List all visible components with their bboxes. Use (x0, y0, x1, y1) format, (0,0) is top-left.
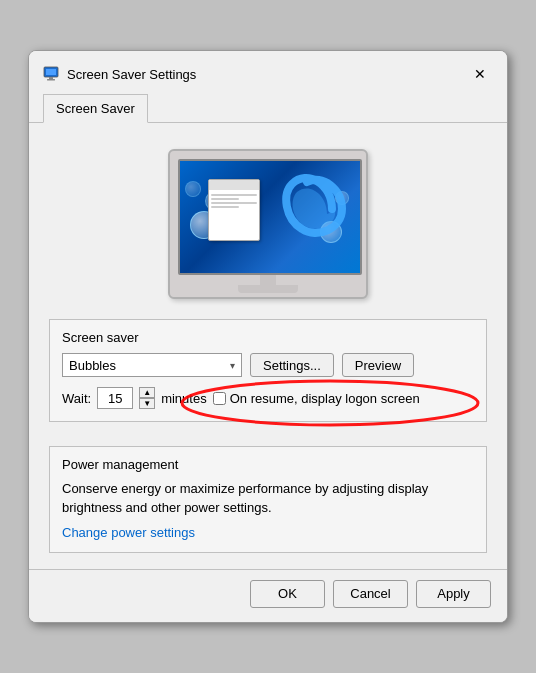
win-swirl (277, 164, 352, 254)
ok-button[interactable]: OK (250, 580, 325, 608)
small-line-2 (211, 198, 239, 200)
preview-area (49, 139, 487, 319)
preview-button[interactable]: Preview (342, 353, 414, 377)
screen-saver-controls: Bubbles ▾ Settings... Preview (62, 353, 474, 377)
change-power-settings-link[interactable]: Change power settings (62, 525, 195, 540)
bubble-3 (185, 181, 201, 197)
svg-rect-2 (49, 77, 53, 79)
wait-label: Wait: (62, 391, 91, 406)
screen-saver-settings-dialog: Screen Saver Settings ✕ Screen Saver (28, 50, 508, 622)
monitor-stand (178, 275, 358, 293)
swirl-svg (277, 164, 352, 254)
dialog-title: Screen Saver Settings (67, 67, 196, 82)
small-dialog-title-bar (209, 180, 259, 190)
dialog-footer: OK Cancel Apply (29, 569, 507, 622)
screen-saver-section: Screen saver Bubbles ▾ Settings... Previ… (49, 319, 487, 422)
spinner-down-button[interactable]: ▼ (139, 398, 155, 409)
small-line-3 (211, 202, 257, 204)
tab-screen-saver[interactable]: Screen Saver (43, 94, 148, 123)
close-button[interactable]: ✕ (467, 61, 493, 87)
small-dialog-on-screen (208, 179, 260, 241)
dialog-icon (43, 66, 59, 82)
monitor-neck (260, 275, 276, 285)
wait-row: Wait: ▲ ▼ minutes On resume, display log… (62, 387, 474, 409)
monitor-preview (168, 149, 368, 299)
settings-button[interactable]: Settings... (250, 353, 334, 377)
svg-rect-3 (47, 79, 55, 81)
svg-rect-1 (46, 69, 56, 75)
minutes-label: minutes (161, 391, 207, 406)
dropdown-value: Bubbles (69, 358, 116, 373)
screen-saver-dropdown[interactable]: Bubbles ▾ (62, 353, 242, 377)
wait-row-container: Wait: ▲ ▼ minutes On resume, display log… (62, 387, 474, 409)
monitor-base (238, 285, 298, 293)
logon-screen-label: On resume, display logon screen (230, 391, 420, 406)
spinner-down-icon: ▼ (143, 400, 151, 408)
title-bar: Screen Saver Settings ✕ (29, 51, 507, 93)
screen-content (180, 161, 360, 273)
power-management-section: Power management Conserve energy or maxi… (49, 446, 487, 552)
spinner-up-button[interactable]: ▲ (139, 387, 155, 398)
spinner-buttons: ▲ ▼ (139, 387, 155, 409)
monitor-screen (178, 159, 362, 275)
cancel-button[interactable]: Cancel (333, 580, 408, 608)
title-bar-left: Screen Saver Settings (43, 66, 196, 82)
spacer (49, 434, 487, 446)
tab-bar: Screen Saver (29, 93, 507, 123)
small-dialog-content (209, 190, 259, 212)
spinner-up-icon: ▲ (143, 389, 151, 397)
close-icon: ✕ (474, 66, 486, 82)
screen-saver-section-label: Screen saver (62, 330, 474, 345)
power-description: Conserve energy or maximize performance … (62, 480, 474, 516)
logon-screen-checkbox-label[interactable]: On resume, display logon screen (213, 391, 420, 406)
small-line-1 (211, 194, 257, 196)
small-line-4 (211, 206, 239, 208)
logon-screen-checkbox[interactable] (213, 392, 226, 405)
wait-input[interactable] (97, 387, 133, 409)
chevron-down-icon: ▾ (230, 360, 235, 371)
apply-button[interactable]: Apply (416, 580, 491, 608)
dialog-body: Screen saver Bubbles ▾ Settings... Previ… (29, 123, 507, 568)
power-section-label: Power management (62, 457, 474, 472)
